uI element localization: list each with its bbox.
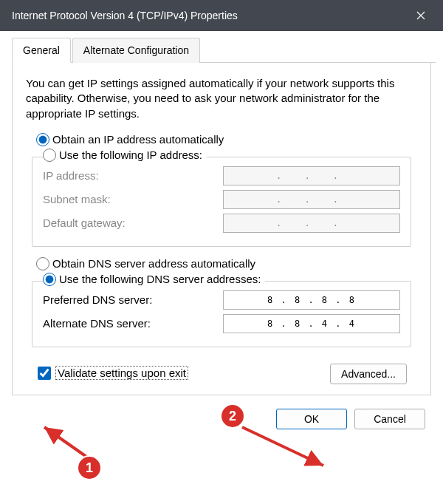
- intro-text: You can get IP settings assigned automat…: [26, 76, 417, 121]
- tab-panel-general: You can get IP settings assigned automat…: [12, 63, 431, 395]
- radio-dns-manual-row: Use the following DNS server addresses:: [43, 273, 265, 286]
- input-gateway: . . .: [223, 214, 400, 233]
- radio-dns-auto[interactable]: [36, 257, 49, 270]
- input-subnet-mask: . . .: [223, 190, 400, 209]
- label-validate: Validate settings upon exit: [55, 366, 188, 380]
- annotation-badge-1: 1: [77, 455, 102, 480]
- radio-dns-auto-label: Obtain DNS server address automatically: [52, 257, 255, 270]
- annotation-arrow-1: [37, 421, 111, 466]
- label-subnet-mask: Subnet mask:: [43, 193, 111, 205]
- cancel-button[interactable]: Cancel: [354, 409, 425, 429]
- close-icon[interactable]: [406, 0, 436, 31]
- radio-ip-manual-row: Use the following IP address:: [43, 149, 207, 162]
- radio-ip-manual[interactable]: [43, 149, 56, 162]
- label-gateway: Default gateway:: [43, 217, 126, 229]
- svg-line-1: [242, 427, 323, 466]
- svg-line-0: [44, 427, 89, 458]
- radio-dns-manual[interactable]: [43, 273, 56, 286]
- radio-ip-auto[interactable]: [36, 133, 49, 146]
- tab-general[interactable]: General: [12, 38, 71, 63]
- group-dns-manual: Use the following DNS server addresses: …: [32, 281, 411, 347]
- row-alternate-dns: Alternate DNS server: 8 . 8 . 4 . 4: [43, 314, 400, 333]
- group-ip-manual: Use the following IP address: IP address…: [32, 157, 411, 247]
- tab-alternate[interactable]: Alternate Configuration: [72, 38, 200, 63]
- radio-ip-auto-row: Obtain an IP address automatically: [36, 133, 417, 146]
- row-ip-address: IP address: . . .: [43, 166, 400, 185]
- validate-row: Validate settings upon exit: [38, 366, 188, 380]
- input-alternate-dns[interactable]: 8 . 8 . 4 . 4: [223, 314, 400, 333]
- label-preferred-dns: Preferred DNS server:: [43, 293, 152, 306]
- annotation-arrow-2: [236, 421, 332, 473]
- row-gateway: Default gateway: . . .: [43, 214, 400, 233]
- client-area: General Alternate Configuration You can …: [0, 31, 443, 435]
- row-preferred-dns: Preferred DNS server: 8 . 8 . 8 . 8: [43, 290, 400, 310]
- checkbox-validate[interactable]: [38, 367, 51, 380]
- advanced-button[interactable]: Advanced...: [330, 364, 407, 384]
- advanced-row: Advanced...: [330, 364, 407, 384]
- input-preferred-dns[interactable]: 8 . 8 . 8 . 8: [223, 290, 400, 310]
- window-title: Internet Protocol Version 4 (TCP/IPv4) P…: [12, 10, 238, 21]
- radio-ip-auto-label: Obtain an IP address automatically: [52, 133, 224, 146]
- label-ip-address: IP address:: [43, 169, 99, 182]
- radio-ip-manual-label: Use the following IP address:: [59, 149, 202, 161]
- input-ip-address: . . .: [223, 166, 400, 185]
- annotation-badge-2: 2: [220, 403, 245, 429]
- titlebar: Internet Protocol Version 4 (TCP/IPv4) P…: [0, 0, 443, 31]
- label-alternate-dns: Alternate DNS server:: [43, 317, 151, 330]
- tab-strip: General Alternate Configuration: [12, 37, 436, 63]
- row-subnet-mask: Subnet mask: . . .: [43, 190, 400, 209]
- radio-dns-auto-row: Obtain DNS server address automatically: [36, 257, 417, 270]
- radio-dns-manual-label: Use the following DNS server addresses:: [59, 273, 261, 285]
